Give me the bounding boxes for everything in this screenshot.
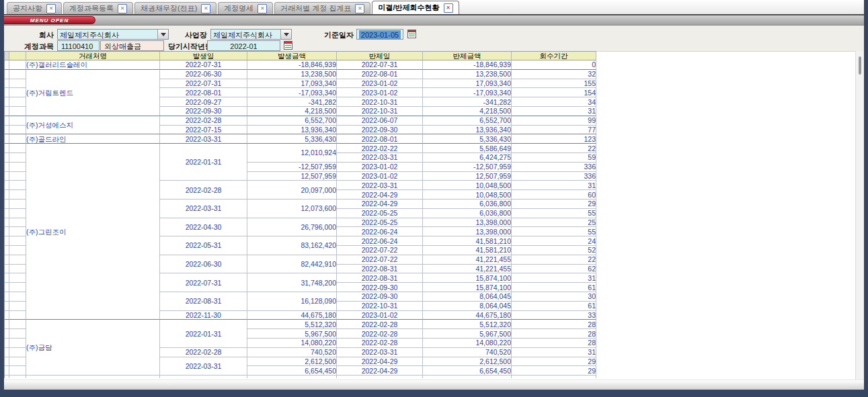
settlement-amount-cell[interactable]: 8,064,045: [423, 292, 512, 302]
row-select-cell[interactable]: [9, 181, 26, 190]
settlement-date-cell[interactable]: 2022-07-22: [337, 255, 423, 265]
settlement-amount-cell[interactable]: 13,936,340: [423, 126, 512, 135]
issue-date-cell[interactable]: 2022-02-28: [160, 181, 247, 200]
period-start-calendar-icon[interactable]: [284, 41, 292, 50]
menu-open-button[interactable]: MENU OPEN: [4, 16, 95, 24]
issue-amount-cell[interactable]: 5,512,320: [247, 320, 337, 329]
table-row[interactable]: (주)거성에스지2022-02-286,552,7002022-06-076,5…: [5, 116, 596, 126]
settlement-date-cell[interactable]: 2022-05-25: [337, 209, 423, 218]
table-row[interactable]: (주)그린조이2022-01-3112,010,9242022-02-225,5…: [5, 144, 596, 153]
tab-close-icon[interactable]: ✕: [258, 4, 267, 13]
issue-date-cell[interactable]: 2022-06-30: [160, 255, 247, 274]
row-gutter-cell[interactable]: [5, 376, 9, 378]
settlement-amount-cell[interactable]: 6,036,800: [423, 209, 512, 218]
issue-date-cell[interactable]: 2022-06-30: [160, 70, 247, 79]
row-select-cell[interactable]: [9, 107, 26, 116]
settlement-amount-cell[interactable]: 41,581,210: [423, 246, 512, 255]
account-code-input[interactable]: 11100410: [57, 40, 100, 51]
issue-date-cell[interactable]: 2022-03-31: [160, 134, 247, 144]
customer-cell[interactable]: (주)거성에스지: [26, 116, 160, 135]
issue-amount-cell[interactable]: [247, 376, 337, 378]
row-gutter-cell[interactable]: [5, 88, 9, 97]
row-gutter-cell[interactable]: [5, 79, 9, 89]
issue-date-cell[interactable]: 2022-08-31: [160, 292, 247, 311]
collection-period-cell[interactable]: 29: [512, 200, 596, 209]
issue-date-cell[interactable]: [160, 376, 247, 378]
collection-period-cell[interactable]: 62: [512, 265, 596, 274]
settlement-amount-cell[interactable]: 6,424,275: [423, 153, 512, 163]
settlement-amount-cell[interactable]: 5,967,500: [423, 329, 512, 339]
row-gutter-cell[interactable]: [5, 134, 9, 144]
collection-period-cell[interactable]: 28: [512, 329, 596, 339]
settlement-date-cell[interactable]: 2022-02-22: [337, 144, 423, 153]
settlement-date-cell[interactable]: 2022-08-31: [337, 273, 423, 283]
issue-amount-cell[interactable]: 2,612,500: [247, 357, 337, 367]
settlement-amount-cell[interactable]: -18,846,939: [423, 60, 512, 70]
settlement-amount-cell[interactable]: 740,520: [423, 348, 512, 357]
row-select-cell[interactable]: [9, 209, 26, 218]
settlement-date-cell[interactable]: 2022-04-29: [337, 357, 423, 367]
row-gutter-cell[interactable]: [5, 292, 9, 302]
settlement-amount-cell[interactable]: -17,093,340: [423, 88, 512, 97]
collection-period-cell[interactable]: 22: [512, 144, 596, 153]
collection-period-cell[interactable]: 32: [512, 70, 596, 79]
tab-ledger[interactable]: 채권채무장(전표)✕: [134, 2, 216, 14]
issue-amount-cell[interactable]: 6,552,700: [247, 116, 337, 126]
collection-period-cell[interactable]: 55: [512, 227, 596, 236]
collection-period-cell[interactable]: 123: [512, 134, 596, 144]
customer-cell[interactable]: (주)골드라인: [26, 134, 160, 144]
base-date-calendar-icon[interactable]: [407, 30, 416, 38]
settlement-date-cell[interactable]: 2023-01-02: [337, 88, 423, 97]
settlement-date-cell[interactable]: 2023-01-02: [337, 163, 423, 172]
settlement-date-cell[interactable]: 2022-10-31: [337, 107, 423, 116]
issue-amount-cell[interactable]: 13,238,500: [247, 70, 337, 79]
settlement-date-cell[interactable]: 2022-08-01: [337, 134, 423, 144]
collection-period-cell[interactable]: 155: [512, 79, 596, 89]
row-select-cell[interactable]: [9, 134, 26, 144]
row-select-cell[interactable]: [9, 172, 26, 181]
row-gutter-cell[interactable]: [5, 116, 9, 126]
table-row[interactable]: [5, 376, 596, 378]
row-select-cell[interactable]: [9, 236, 26, 246]
collection-period-cell[interactable]: 31: [512, 273, 596, 283]
collection-period-cell[interactable]: 61: [512, 302, 596, 311]
settlement-amount-cell[interactable]: 5,512,320: [423, 320, 512, 329]
collection-period-cell[interactable]: 30: [512, 292, 596, 302]
issue-amount-cell[interactable]: 12,073,600: [247, 200, 337, 218]
collection-period-cell[interactable]: 28: [512, 320, 596, 329]
settlement-amount-cell[interactable]: 41,581,210: [423, 236, 512, 246]
issue-date-cell[interactable]: 2022-03-31: [160, 200, 247, 218]
collection-period-cell[interactable]: 31: [512, 181, 596, 190]
customer-cell[interactable]: (주)거림트렌드: [26, 70, 160, 116]
issue-amount-cell[interactable]: 26,796,000: [247, 218, 337, 237]
settlement-amount-cell[interactable]: [423, 376, 512, 378]
settlement-amount-cell[interactable]: 6,654,450: [423, 366, 512, 376]
settlement-amount-cell[interactable]: 44,675,180: [423, 311, 512, 320]
collection-period-cell[interactable]: 59: [512, 153, 596, 163]
row-select-cell[interactable]: [9, 357, 26, 367]
issue-amount-cell[interactable]: 740,520: [247, 348, 337, 357]
settlement-date-cell[interactable]: 2022-10-31: [337, 97, 423, 107]
settlement-amount-cell[interactable]: 13,398,000: [423, 218, 512, 228]
settlement-amount-cell[interactable]: 2,612,500: [423, 357, 512, 367]
settlement-amount-cell[interactable]: 13,398,000: [423, 227, 512, 236]
customer-cell[interactable]: (주)금담: [26, 320, 160, 376]
tab-close-icon[interactable]: ✕: [444, 3, 453, 13]
period-start-input[interactable]: 2022-01: [207, 40, 280, 51]
vertical-scrollbar[interactable]: [855, 51, 864, 380]
settlement-amount-cell[interactable]: 6,036,800: [423, 200, 512, 209]
settlement-date-cell[interactable]: 2022-02-28: [337, 329, 423, 339]
tab-close-icon[interactable]: ✕: [46, 4, 56, 13]
settlement-amount-cell[interactable]: 41,221,455: [423, 265, 512, 274]
issue-date-cell[interactable]: 2022-07-31: [160, 79, 247, 89]
row-select-cell[interactable]: [9, 376, 26, 378]
issue-amount-cell[interactable]: 5,967,500: [247, 329, 337, 339]
issue-amount-cell[interactable]: 44,675,180: [247, 311, 337, 320]
account-name-input[interactable]: 외상매출금: [100, 40, 164, 51]
business-place-select-arrow-icon[interactable]: [280, 30, 291, 39]
issue-amount-cell[interactable]: 5,336,430: [247, 134, 337, 144]
issue-amount-cell[interactable]: 20,097,000: [247, 181, 337, 200]
row-gutter-cell[interactable]: [5, 163, 9, 172]
collection-period-cell[interactable]: 77: [512, 126, 596, 135]
issue-amount-cell[interactable]: 13,936,340: [247, 126, 337, 135]
